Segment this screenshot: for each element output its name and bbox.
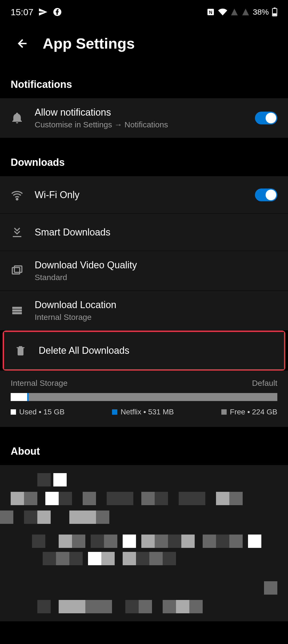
about-header: About xyxy=(0,427,288,465)
telegram-icon xyxy=(38,7,48,17)
swatch-netflix xyxy=(112,409,117,415)
swatch-used xyxy=(11,409,16,415)
storage-icon xyxy=(11,304,35,317)
svg-rect-8 xyxy=(14,266,22,272)
battery-icon xyxy=(272,7,277,17)
svg-rect-5 xyxy=(273,13,276,15)
legend-free: Free • 224 GB xyxy=(221,408,277,416)
allow-notifications-toggle[interactable] xyxy=(255,112,277,124)
bell-icon xyxy=(11,112,35,124)
svg-text:N: N xyxy=(209,10,213,15)
delete-downloads-title: Delete All Downloads xyxy=(39,345,273,356)
downloads-header: Downloads xyxy=(0,138,288,176)
allow-notifications-row[interactable]: Allow notifications Customise in Setting… xyxy=(0,98,288,138)
wifi-only-icon xyxy=(11,189,35,201)
smart-downloads-title: Smart Downloads xyxy=(35,227,277,238)
download-location-title: Download Location xyxy=(35,299,277,311)
wifi-only-row[interactable]: Wi-Fi Only xyxy=(0,176,288,214)
about-redacted-content xyxy=(0,465,288,621)
facebook-icon xyxy=(53,7,62,17)
svg-rect-7 xyxy=(12,268,20,274)
smart-downloads-icon xyxy=(11,226,35,239)
smart-downloads-row[interactable]: Smart Downloads xyxy=(0,214,288,251)
legend-netflix: Netflix • 531 MB xyxy=(112,408,174,416)
video-quality-title: Download Video Quality xyxy=(35,260,277,271)
svg-rect-10 xyxy=(12,309,22,312)
wifi-icon xyxy=(218,7,227,17)
app-header: App Settings xyxy=(0,24,288,68)
svg-rect-4 xyxy=(274,7,276,8)
trash-icon xyxy=(15,345,39,356)
svg-point-6 xyxy=(16,198,18,200)
quality-icon xyxy=(11,264,35,277)
storage-used-bar xyxy=(11,393,27,401)
svg-rect-9 xyxy=(12,307,22,309)
status-bar: 15:07 N 38% xyxy=(0,0,288,24)
wifi-only-title: Wi-Fi Only xyxy=(35,189,255,201)
highlight-delete-downloads: Delete All Downloads xyxy=(3,331,285,371)
allow-notifications-title: Allow notifications xyxy=(35,107,255,118)
allow-notifications-subtitle: Customise in Settings → Notifications xyxy=(35,120,255,129)
page-title: App Settings xyxy=(43,35,135,52)
legend-used: Used • 15 GB xyxy=(11,408,65,416)
delete-downloads-row[interactable]: Delete All Downloads xyxy=(4,332,284,369)
status-time: 15:07 xyxy=(11,7,33,17)
download-location-subtitle: Internal Storage xyxy=(35,313,277,322)
storage-default-label: Default xyxy=(252,379,277,388)
swatch-free xyxy=(221,409,227,415)
wifi-only-toggle[interactable] xyxy=(255,189,277,201)
storage-netflix-bar xyxy=(27,393,29,401)
storage-bar xyxy=(11,393,277,401)
storage-section: Internal Storage Default Used • 15 GB Ne… xyxy=(0,371,288,427)
download-location-row[interactable]: Download Location Internal Storage xyxy=(0,291,288,331)
status-left: 15:07 xyxy=(11,7,62,17)
no-sim-icon-2 xyxy=(242,8,250,16)
storage-label: Internal Storage xyxy=(11,379,67,388)
no-sim-icon xyxy=(230,8,238,16)
svg-rect-11 xyxy=(12,312,22,314)
nfc-icon: N xyxy=(206,8,215,16)
notifications-header: Notifications xyxy=(0,68,288,98)
battery-percent: 38% xyxy=(253,7,269,17)
video-quality-subtitle: Standard xyxy=(35,273,277,282)
video-quality-row[interactable]: Download Video Quality Standard xyxy=(0,251,288,291)
status-right: N 38% xyxy=(206,7,277,17)
back-button[interactable] xyxy=(16,37,29,50)
